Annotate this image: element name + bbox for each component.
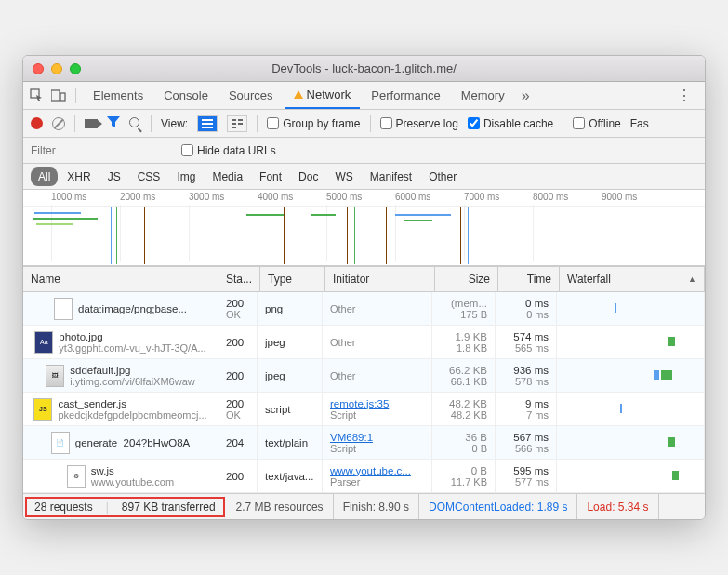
- filter-input[interactable]: [31, 144, 170, 157]
- sort-arrow-icon: ▲: [688, 274, 696, 284]
- separator: [370, 115, 371, 132]
- tab-sources[interactable]: Sources: [219, 83, 283, 108]
- type-other[interactable]: Other: [421, 167, 464, 186]
- table-header: Name Sta... Type Initiator Size Time Wat…: [23, 266, 705, 292]
- timeline-tick: 4000 ms: [258, 192, 293, 202]
- col-size[interactable]: Size: [435, 267, 498, 291]
- svg-rect-10: [232, 127, 236, 128]
- view-detail-button[interactable]: [227, 115, 247, 132]
- preserve-log-checkbox[interactable]: Preserve log: [380, 117, 458, 130]
- timeline-bar: [246, 214, 284, 216]
- tab-console[interactable]: Console: [154, 83, 218, 108]
- status-transferred: 897 KB transferred: [122, 501, 216, 514]
- timeline-tick: 5000 ms: [326, 192, 362, 202]
- svg-rect-7: [238, 119, 243, 121]
- hide-data-urls-checkbox[interactable]: Hide data URLs: [181, 144, 276, 157]
- table-row[interactable]: JScast_sender.jspkedcjkdefgpdelpbcmbmeom…: [23, 393, 705, 426]
- timeline-marker: [468, 207, 469, 264]
- timeline-tick: 8000 ms: [533, 192, 568, 202]
- type-filter-row: All XHR JS CSS Img Media Font Doc WS Man…: [23, 164, 705, 190]
- view-list-button[interactable]: [197, 115, 218, 132]
- timeline-tick: 2000 ms: [120, 192, 155, 202]
- traffic-lights: [23, 63, 81, 74]
- type-js[interactable]: JS: [100, 167, 128, 186]
- timeline-tick: 6000 ms: [395, 192, 430, 202]
- network-toolbar: View: Group by frame Preserve log Disabl…: [23, 110, 705, 138]
- svg-rect-2: [60, 93, 65, 101]
- table-row[interactable]: data:image/png;base...200OKpngOther(mem.…: [23, 292, 705, 326]
- search-icon[interactable]: [129, 117, 141, 129]
- col-type[interactable]: Type: [260, 267, 325, 291]
- group-by-frame-checkbox[interactable]: Group by frame: [267, 117, 360, 130]
- timeline-marker: [144, 207, 145, 264]
- filter-row: Hide data URLs: [23, 138, 705, 164]
- filter-toggle-icon[interactable]: [107, 116, 120, 130]
- table-row[interactable]: ⚙sw.jswww.youtube.com200text/java...www.…: [23, 460, 705, 493]
- svg-rect-8: [232, 123, 236, 125]
- status-highlight: 28 requests | 897 KB transferred: [25, 497, 225, 517]
- close-button[interactable]: [33, 63, 44, 74]
- status-resources: 2.7 MB resources: [227, 494, 334, 519]
- type-ws[interactable]: WS: [327, 167, 360, 186]
- tab-network[interactable]: Network: [285, 82, 361, 109]
- view-label: View:: [161, 117, 188, 130]
- svg-rect-4: [202, 123, 213, 125]
- tab-performance[interactable]: Performance: [362, 83, 449, 108]
- table-row[interactable]: Aaphoto.jpgyt3.ggpht.com/-vu_v-hJT-3Q/A.…: [23, 326, 705, 359]
- type-img[interactable]: Img: [169, 167, 203, 186]
- screenshot-icon[interactable]: [85, 119, 98, 128]
- tab-memory[interactable]: Memory: [452, 83, 514, 108]
- timeline-marker: [111, 207, 112, 264]
- device-toolbar-icon[interactable]: [51, 88, 66, 103]
- clear-button[interactable]: [52, 117, 65, 130]
- type-manifest[interactable]: Manifest: [363, 167, 419, 186]
- maximize-button[interactable]: [70, 63, 81, 74]
- devtools-window: DevTools - luck-bacon-1.glitch.me/ Eleme…: [22, 55, 706, 520]
- settings-menu-icon[interactable]: ⋮: [669, 87, 699, 104]
- timeline-bar: [34, 212, 81, 214]
- timeline-marker: [284, 207, 285, 264]
- timeline-bar: [311, 214, 336, 216]
- col-time[interactable]: Time: [498, 267, 560, 291]
- col-status[interactable]: Sta...: [218, 267, 260, 291]
- timeline-tick: 1000 ms: [51, 192, 86, 202]
- col-name[interactable]: Name: [23, 267, 218, 291]
- timeline-marker: [386, 207, 387, 264]
- timeline-bar: [404, 220, 432, 221]
- col-waterfall[interactable]: Waterfall▲: [560, 267, 705, 291]
- timeline-tick: 9000 ms: [602, 192, 637, 202]
- type-font[interactable]: Font: [252, 167, 289, 186]
- timeline-marker: [354, 207, 355, 264]
- minimize-button[interactable]: [51, 63, 62, 74]
- throttle-label[interactable]: Fas: [630, 117, 649, 130]
- timeline-marker: [347, 207, 348, 264]
- type-all[interactable]: All: [31, 167, 58, 186]
- request-table: Name Sta... Type Initiator Size Time Wat…: [23, 266, 705, 493]
- status-domcontentloaded: DOMContentLoaded: 1.89 s: [419, 494, 577, 519]
- timeline-overview[interactable]: 1000 ms2000 ms3000 ms4000 ms5000 ms6000 …: [23, 190, 705, 266]
- type-doc[interactable]: Doc: [291, 167, 325, 186]
- type-media[interactable]: Media: [205, 167, 250, 186]
- timeline-bar: [395, 214, 451, 216]
- tab-elements[interactable]: Elements: [84, 83, 152, 108]
- type-xhr[interactable]: XHR: [60, 167, 98, 186]
- tabs-overflow[interactable]: »: [522, 87, 530, 104]
- timeline-tick: 3000 ms: [189, 192, 224, 202]
- svg-rect-3: [202, 119, 213, 121]
- timeline-marker: [460, 207, 461, 264]
- panel-tabs: Elements Console Sources Network Perform…: [23, 82, 705, 110]
- type-css[interactable]: CSS: [130, 167, 168, 186]
- separator: [257, 115, 258, 132]
- timeline-marker: [351, 207, 351, 264]
- timeline-marker: [258, 207, 258, 264]
- svg-rect-5: [202, 127, 213, 128]
- table-row[interactable]: 📄generate_204?bHwO8A204text/plainVM689:1…: [23, 426, 705, 460]
- record-button[interactable]: [31, 117, 43, 129]
- disable-cache-checkbox[interactable]: Disable cache: [468, 117, 553, 130]
- col-initiator[interactable]: Initiator: [325, 267, 435, 291]
- table-row[interactable]: 🖼sddefault.jpgi.ytimg.com/vi/6lfaiXM6waw…: [23, 359, 705, 393]
- svg-rect-6: [232, 119, 236, 121]
- offline-checkbox[interactable]: Offline: [573, 117, 620, 130]
- separator: [74, 115, 75, 132]
- inspect-element-icon[interactable]: [29, 88, 44, 103]
